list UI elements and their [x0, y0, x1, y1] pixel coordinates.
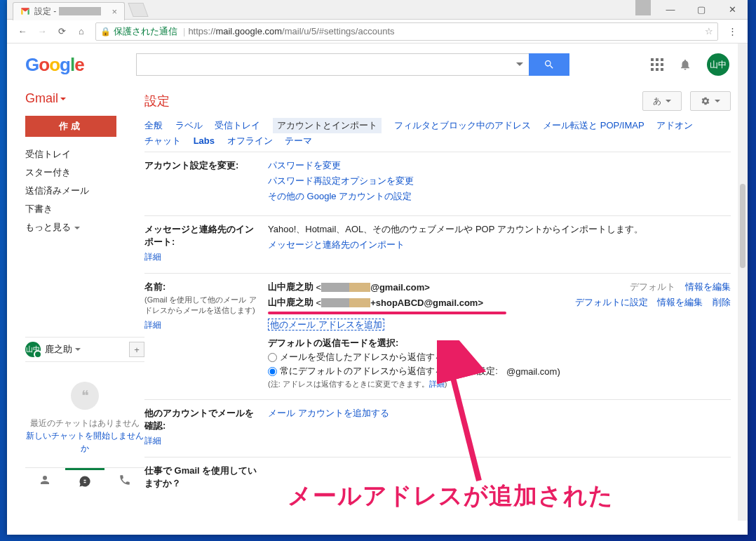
- hangouts-tab-phone[interactable]: [104, 468, 144, 492]
- google-bar: Google 山中: [7, 44, 748, 86]
- tab-title-redacted: [59, 7, 101, 15]
- folder-nav: 受信トレイ スター付き 送信済みメール 下書き もっと見る: [25, 145, 144, 236]
- radio-reply-from-default[interactable]: 常にデフォルトのアドレスから返信する (現在の設定: @gmail.com): [268, 365, 731, 378]
- window-titlebar: 設定 - × — ▢ ✕: [7, 0, 748, 20]
- gmail-search-input[interactable]: [136, 53, 529, 76]
- tab-chat[interactable]: チャット: [144, 133, 181, 149]
- google-logo[interactable]: Google: [25, 54, 84, 76]
- google-apps-icon[interactable]: [651, 58, 663, 71]
- tab-labels[interactable]: ラベル: [175, 118, 203, 133]
- new-tab-button[interactable]: [128, 3, 148, 17]
- secure-label: 保護された通信: [114, 25, 177, 38]
- search-options-icon[interactable]: [516, 62, 523, 66]
- window-minimize-button[interactable]: —: [655, 0, 686, 20]
- link-sendas-detail[interactable]: 詳細: [144, 319, 161, 331]
- tab-filters[interactable]: フィルタとブロック中のアドレス: [394, 118, 531, 133]
- gmail-favicon-icon: [20, 6, 30, 16]
- tab-general[interactable]: 全般: [144, 118, 163, 133]
- link-import-mail-contacts[interactable]: メッセージと連絡先のインポート: [268, 239, 405, 250]
- chevron-down-icon: [60, 98, 66, 100]
- section-check-mail: 他のアカウントでメールを確認: 詳細 メール アカウントを追加する: [144, 399, 731, 457]
- input-tools-button[interactable]: あ: [642, 91, 682, 111]
- chevron-down-icon[interactable]: [75, 348, 81, 351]
- nav-drafts[interactable]: 下書き: [25, 200, 144, 218]
- hangouts-new-chat-button[interactable]: +: [129, 342, 144, 357]
- link-import-detail[interactable]: 詳細: [144, 251, 161, 263]
- nav-reload-button[interactable]: ⟳: [52, 22, 72, 41]
- link-add-another-address[interactable]: 他のメール アドレスを追加: [268, 319, 384, 330]
- account-avatar[interactable]: 山中: [707, 53, 729, 76]
- annotation-text: メールアドレスが追加された: [288, 480, 614, 512]
- nav-starred[interactable]: スター付き: [25, 163, 144, 182]
- tab-themes[interactable]: テーマ: [285, 133, 312, 149]
- address-bar[interactable]: 🔒 保護された通信 | https://mail.google.com/mail…: [95, 22, 718, 41]
- tab-forwarding[interactable]: メール転送と POP/IMAP: [543, 118, 644, 133]
- notifications-icon[interactable]: [679, 58, 691, 71]
- nav-forward-button[interactable]: →: [32, 22, 52, 41]
- nav-back-button[interactable]: ←: [13, 22, 32, 41]
- hangouts-panel: 山中 鹿之助 + ❝ 最近のチャットはありません 新しいチャットを開始しませんか: [25, 337, 144, 492]
- tab-inbox[interactable]: 受信トレイ: [215, 118, 260, 133]
- settings-tabs: 全般 ラベル 受信トレイ アカウントとインポート フィルタとブロック中のアドレス…: [144, 118, 731, 149]
- page-scrollbar-track[interactable]: [738, 44, 748, 521]
- compose-button[interactable]: 作成: [25, 116, 116, 137]
- hangouts-self-name[interactable]: 鹿之助: [45, 343, 72, 356]
- hangouts-tab-chats[interactable]: [65, 468, 105, 492]
- link-add-mail-account[interactable]: メール アカウントを追加する: [268, 408, 389, 418]
- hangouts-tab-contacts[interactable]: [25, 468, 65, 492]
- chrome-menu-button[interactable]: ⋮: [722, 26, 742, 36]
- nav-home-button[interactable]: ⌂: [72, 22, 91, 41]
- page-scrollbar-thumb[interactable]: [740, 184, 745, 268]
- sendas-row-alias: 山中鹿之助 <+shopABCD@gmail.com> デフォルトに設定 情報を…: [268, 296, 731, 309]
- tab-labs[interactable]: Labs: [194, 134, 215, 147]
- section-account-settings: アカウント設定を変更: パスワードを変更 パスワード再設定オプションを変更 その…: [144, 152, 731, 215]
- page-title: 設定: [144, 93, 170, 109]
- nav-sent[interactable]: 送信済みメール: [25, 182, 144, 200]
- sendas-row-default: 山中鹿之助 <@gmail.com> デフォルト 情報を編集: [268, 281, 731, 293]
- bookmark-star-icon[interactable]: ☆: [705, 26, 713, 36]
- hangouts-quote-icon: ❝: [71, 382, 99, 410]
- browser-tab[interactable]: 設定 - ×: [13, 2, 125, 20]
- link-delete-alias[interactable]: 削除: [713, 297, 731, 307]
- search-button[interactable]: [529, 53, 569, 76]
- link-change-password[interactable]: パスワードを変更: [268, 160, 341, 171]
- link-start-new-chat[interactable]: 新しいチャットを開始しませんか: [26, 431, 144, 453]
- gmail-brand[interactable]: Gmail: [25, 91, 144, 106]
- window-maximize-button[interactable]: ▢: [686, 0, 717, 20]
- nav-inbox[interactable]: 受信トレイ: [25, 145, 144, 163]
- nav-more[interactable]: もっと見る: [25, 218, 144, 236]
- app-icon-placeholder: [635, 0, 651, 15]
- link-reply-note-detail[interactable]: 詳細: [429, 380, 445, 388]
- settings-gear-button[interactable]: [690, 91, 731, 111]
- url-text: https://mail.google.com/mail/u/5/#settin…: [188, 26, 394, 36]
- tab-title-prefix: 設定 -: [34, 6, 56, 18]
- link-change-password-options[interactable]: パスワード再設定オプションを変更: [268, 175, 414, 186]
- tab-offline[interactable]: オフライン: [227, 133, 273, 149]
- section-import: メッセージと連絡先のインポート: 詳細 Yahoo!、Hotmail、AOL、そ…: [144, 215, 731, 273]
- link-edit-info-1[interactable]: 情報を編集: [685, 281, 731, 292]
- browser-toolbar: ← → ⟳ ⌂ 🔒 保護された通信 | https://mail.google.…: [7, 20, 748, 44]
- gear-icon: [701, 96, 710, 106]
- annotation-underline: [268, 312, 506, 314]
- window-close-button[interactable]: ✕: [717, 0, 748, 20]
- hangouts-self-avatar[interactable]: 山中: [25, 342, 41, 357]
- search-icon: [544, 59, 555, 70]
- lock-icon: 🔒: [100, 27, 111, 36]
- tab-accounts[interactable]: アカウントとインポート: [273, 118, 382, 133]
- section-send-as: 名前: (Gmail を使用して他のメール アドレスからメールを送信します) 詳…: [144, 273, 731, 399]
- link-make-default[interactable]: デフォルトに設定: [575, 297, 648, 307]
- link-edit-info-2[interactable]: 情報を編集: [657, 297, 703, 307]
- link-other-google-settings[interactable]: その他の Google アカウントの設定: [268, 191, 412, 201]
- tab-close-icon[interactable]: ×: [104, 6, 117, 17]
- link-check-detail[interactable]: 詳細: [144, 435, 161, 447]
- radio-reply-from-received[interactable]: メールを受信したアドレスから返信する: [268, 351, 731, 363]
- tab-addons[interactable]: アドオン: [656, 118, 693, 133]
